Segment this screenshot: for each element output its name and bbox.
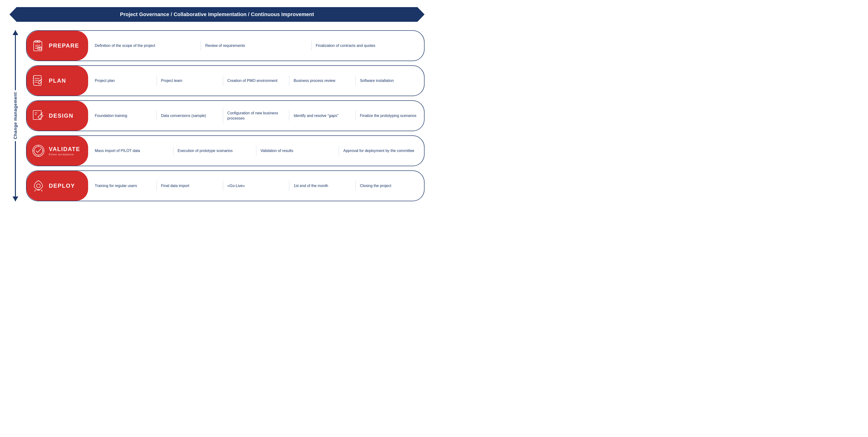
task-item-design-4: Finalize the prototyping scenarios [355,111,422,121]
main-content: Change management PREPAREDefinition of t… [9,30,425,201]
phase-name-deploy: DEPLOY [49,182,75,189]
task-item-plan-3: Business process review [289,76,355,86]
task-item-design-1: Data conversions (sample) [157,111,223,121]
tasks-design: Foundation trainingData conversions (sam… [88,108,424,124]
task-item-validate-3: Approval for deployment by the committee [339,146,422,156]
svg-line-30 [41,190,42,192]
task-item-prepare-2: Finalization of contracts and quotes [311,41,422,51]
validate-icon [31,144,45,158]
phase-label-deploy: DEPLOY [27,171,88,201]
task-item-plan-2: Creation of PMO environment [223,76,289,86]
phase-row-deploy: DEPLOYTraining for regular usersFinal da… [26,170,425,201]
tasks-validate: Mass import of PILOT dataExecution of pr… [88,146,424,156]
task-item-prepare-0: Definition of the scope of the project [91,41,200,51]
phase-sub-validate: EUser acceptance [49,153,80,156]
phase-row-design: DESIGNFoundation trainingData conversion… [26,100,425,131]
rows-container: PREPAREDefinition of the scope of the pr… [26,30,425,201]
phase-name-plan: PLAN [49,77,66,84]
phase-row-plan: PLANProject planProject teamCreation of … [26,65,425,96]
task-item-deploy-3: 1st end of the month [289,181,355,191]
svg-point-28 [36,184,40,188]
top-banner: Project Governance / Collaborative Imple… [9,7,425,22]
side-label: Change management [13,90,18,141]
phase-label-validate: VALIDATEEUser acceptance [27,136,88,166]
phase-name-validate: VALIDATE [49,146,80,153]
phase-row-prepare: PREPAREDefinition of the scope of the pr… [26,30,425,61]
svg-point-23 [34,146,43,155]
prepare-icon [31,39,45,53]
task-item-prepare-1: Review of requirements [200,41,311,51]
svg-line-29 [35,190,35,192]
phase-name-prepare: PREPARE [49,42,79,49]
tasks-plan: Project planProject teamCreation of PMO … [88,76,424,86]
phase-label-prepare: PREPARE [27,31,88,61]
task-item-deploy-1: Final data import [157,181,223,191]
task-item-plan-0: Project plan [91,76,157,86]
task-item-plan-1: Project team [157,76,223,86]
task-item-design-0: Foundation training [91,111,157,121]
task-item-deploy-0: Training for regular users [91,181,157,191]
phase-row-validate: VALIDATEEUser acceptanceMass import of P… [26,135,425,166]
phase-name-design: DESIGN [49,112,73,119]
task-item-design-2: Configuration of new business processes [223,108,289,124]
side-arrow: Change management [9,30,21,201]
task-item-validate-0: Mass import of PILOT data [91,146,173,156]
tasks-deploy: Training for regular usersFinal data imp… [88,181,424,191]
task-item-deploy-4: Closing the project [355,181,422,191]
task-item-validate-2: Validation of results [256,146,339,156]
plan-icon [31,74,45,88]
phase-label-design: DESIGN [27,101,88,131]
svg-point-22 [33,145,44,157]
tasks-prepare: Definition of the scope of the projectRe… [88,41,424,51]
arrow-head-bottom [12,197,18,201]
banner-text: Project Governance / Collaborative Imple… [120,11,314,18]
task-item-design-3: Identify and resolve "gaps" [289,111,355,121]
design-icon [31,109,45,123]
task-item-plan-4: Software installation [355,76,422,86]
task-item-deploy-2: «Go-Live» [223,181,289,191]
phase-label-plan: PLAN [27,66,88,96]
deploy-icon [31,179,45,193]
task-item-validate-1: Execution of prototype scenarios [173,146,256,156]
